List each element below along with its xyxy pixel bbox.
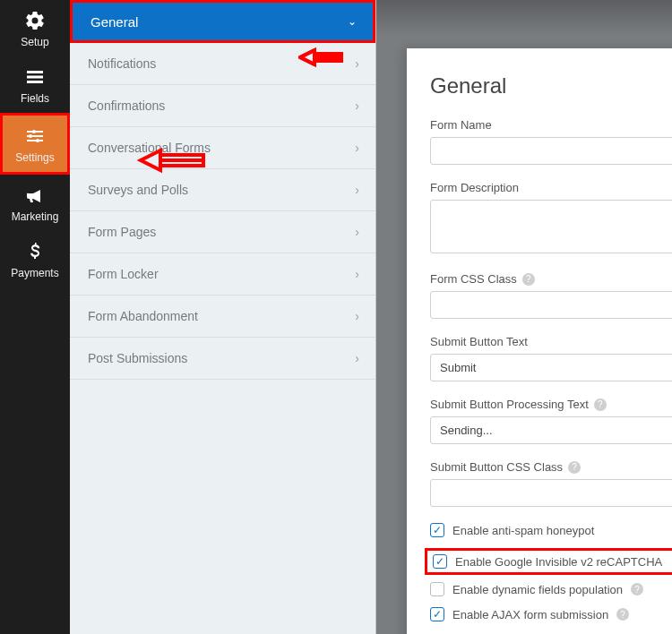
- chevron-right-icon: ›: [355, 225, 359, 239]
- checkbox-label: Enable anti-spam honeypot: [452, 524, 594, 537]
- recaptcha-checkbox-row[interactable]: Enable Google Invisible v2 reCAPTCHA: [425, 548, 672, 575]
- label-text: Submit Button Processing Text: [430, 398, 589, 411]
- settings-item-general[interactable]: General ⌄: [70, 0, 375, 43]
- rail-label: Setup: [21, 36, 48, 48]
- rail-label: Settings: [15, 151, 54, 164]
- form-name-input[interactable]: [430, 137, 672, 165]
- label-text: Submit Button CSS Class: [430, 460, 563, 474]
- submit-button-text-input[interactable]: [430, 354, 672, 381]
- dollar-icon: [23, 240, 47, 263]
- settings-active-label: General: [90, 14, 138, 30]
- rail-label: Fields: [21, 92, 49, 105]
- rail-label: Marketing: [12, 210, 59, 223]
- settings-item-conversational-forms[interactable]: Conversational Forms ›: [70, 127, 375, 169]
- checkbox-label: Enable Google Invisible v2 reCAPTCHA: [455, 555, 662, 569]
- chevron-down-icon: ⌄: [348, 15, 357, 28]
- settings-item-label: Form Locker: [88, 267, 159, 281]
- chevron-right-icon: ›: [355, 309, 359, 323]
- chevron-right-icon: ›: [355, 141, 359, 155]
- submit-button-text-label: Submit Button Text: [430, 335, 672, 348]
- settings-item-label: Confirmations: [88, 99, 165, 113]
- checkbox-icon[interactable]: [430, 582, 444, 596]
- svg-point-1: [29, 134, 32, 138]
- chevron-right-icon: ›: [355, 267, 359, 281]
- form-description-label: Form Description: [430, 181, 672, 194]
- svg-point-0: [32, 130, 36, 133]
- settings-item-confirmations[interactable]: Confirmations ›: [70, 85, 375, 127]
- settings-item-form-abandonment[interactable]: Form Abandonment ›: [70, 296, 375, 338]
- checkbox-label: Enable AJAX form submission: [452, 608, 608, 621]
- checkbox-label: Enable dynamic fields population: [452, 583, 623, 596]
- form-description-input[interactable]: [430, 200, 672, 253]
- panel-heading: General: [430, 73, 672, 99]
- list-icon: [23, 65, 47, 89]
- bullhorn-icon: [23, 184, 47, 207]
- gear-icon: [23, 9, 47, 32]
- rail-setup[interactable]: Setup: [0, 0, 70, 56]
- checkbox-icon[interactable]: [433, 554, 447, 569]
- settings-item-label: Post Submissions: [88, 351, 187, 365]
- rail-fields[interactable]: Fields: [0, 56, 70, 113]
- ajax-checkbox-row[interactable]: Enable AJAX form submission ?: [430, 607, 672, 621]
- chevron-right-icon: ›: [355, 99, 359, 113]
- settings-item-label: Form Pages: [88, 225, 156, 239]
- submit-css-class-input[interactable]: [430, 479, 672, 507]
- form-name-label: Form Name: [430, 118, 672, 132]
- checkbox-icon[interactable]: [430, 523, 444, 537]
- builder-canvas: General Form Name Form Description Form …: [376, 0, 672, 634]
- label-text: Form CSS Class: [430, 272, 517, 286]
- settings-item-label: Form Abandonment: [88, 309, 198, 323]
- settings-item-surveys[interactable]: Surveys and Polls ›: [70, 169, 375, 211]
- rail-marketing[interactable]: Marketing: [0, 175, 70, 231]
- settings-item-label: Notifications: [88, 56, 156, 71]
- chevron-right-icon: ›: [355, 56, 359, 71]
- form-css-class-input[interactable]: [430, 291, 672, 319]
- chevron-right-icon: ›: [355, 183, 359, 197]
- submit-processing-text-input[interactable]: [430, 416, 672, 444]
- form-css-class-label: Form CSS Class ?: [430, 272, 672, 286]
- settings-item-form-pages[interactable]: Form Pages ›: [70, 211, 375, 253]
- rail-settings[interactable]: Settings: [0, 113, 70, 175]
- help-icon[interactable]: ?: [568, 461, 581, 474]
- general-settings-panel: General Form Name Form Description Form …: [407, 48, 672, 634]
- submit-css-class-label: Submit Button CSS Class ?: [430, 460, 672, 474]
- settings-item-post-submissions[interactable]: Post Submissions ›: [70, 338, 375, 380]
- settings-column: General ⌄ Notifications › Confirmations …: [70, 0, 376, 634]
- settings-item-label: Surveys and Polls: [88, 183, 188, 197]
- rail-label: Payments: [11, 267, 58, 279]
- admin-rail: Setup Fields Settings Marketing Payments: [0, 0, 70, 634]
- chevron-right-icon: ›: [355, 351, 359, 365]
- help-icon[interactable]: ?: [631, 583, 643, 595]
- settings-item-label: Conversational Forms: [88, 141, 211, 155]
- checkbox-icon[interactable]: [430, 607, 444, 621]
- honeypot-checkbox-row[interactable]: Enable anti-spam honeypot: [430, 523, 672, 537]
- rail-payments[interactable]: Payments: [0, 231, 70, 287]
- help-icon[interactable]: ?: [616, 608, 629, 621]
- sliders-icon: [23, 124, 47, 148]
- submit-processing-text-label: Submit Button Processing Text ?: [430, 398, 672, 411]
- settings-item-form-locker[interactable]: Form Locker ›: [70, 253, 375, 296]
- dynamic-fields-checkbox-row[interactable]: Enable dynamic fields population ?: [430, 582, 672, 596]
- help-icon[interactable]: ?: [522, 273, 535, 286]
- svg-point-2: [36, 139, 39, 142]
- help-icon[interactable]: ?: [594, 398, 607, 411]
- settings-item-notifications[interactable]: Notifications ›: [70, 43, 375, 85]
